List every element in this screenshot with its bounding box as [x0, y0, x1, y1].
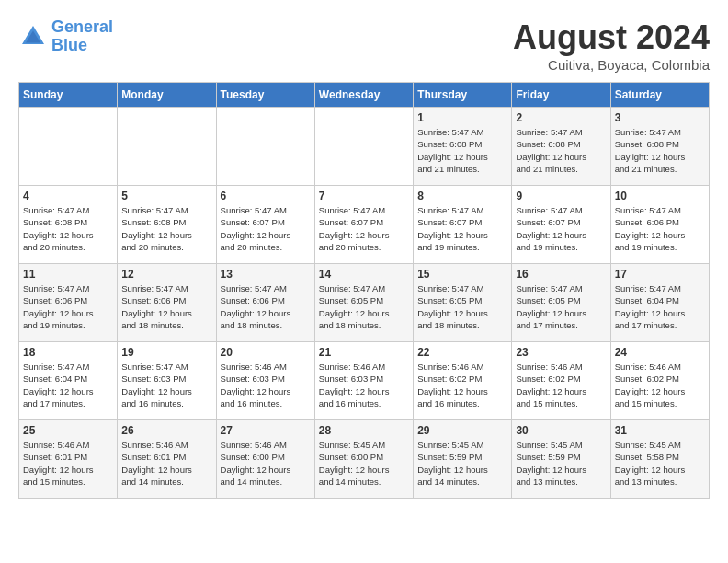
day-number: 24 — [615, 346, 705, 359]
day-number: 31 — [615, 424, 705, 437]
day-number: 2 — [516, 111, 606, 124]
day-number: 7 — [319, 190, 409, 202]
calendar-cell: 23Sunrise: 5:46 AM Sunset: 6:02 PM Dayli… — [512, 342, 610, 420]
month-year-title: August 2024 — [513, 18, 710, 57]
day-info: Sunrise: 5:47 AM Sunset: 6:05 PM Dayligh… — [417, 282, 507, 331]
day-number: 13 — [221, 268, 311, 281]
day-number: 29 — [417, 424, 507, 437]
day-info: Sunrise: 5:45 AM Sunset: 6:00 PM Dayligh… — [319, 439, 409, 488]
calendar-cell: 30Sunrise: 5:45 AM Sunset: 5:59 PM Dayli… — [512, 420, 610, 499]
day-info: Sunrise: 5:47 AM Sunset: 6:06 PM Dayligh… — [121, 282, 211, 331]
day-info: Sunrise: 5:47 AM Sunset: 6:08 PM Dayligh… — [417, 126, 507, 175]
calendar-cell: 10Sunrise: 5:47 AM Sunset: 6:06 PM Dayli… — [610, 186, 709, 264]
logo-icon — [18, 22, 48, 52]
day-info: Sunrise: 5:47 AM Sunset: 6:05 PM Dayligh… — [516, 282, 606, 331]
day-info: Sunrise: 5:47 AM Sunset: 6:04 PM Dayligh… — [23, 361, 113, 409]
calendar-cell: 14Sunrise: 5:47 AM Sunset: 6:05 PM Dayli… — [314, 264, 413, 342]
calendar-cell: 19Sunrise: 5:47 AM Sunset: 6:03 PM Dayli… — [118, 342, 216, 420]
weekday-header: Tuesday — [216, 83, 314, 108]
calendar-cell: 29Sunrise: 5:45 AM Sunset: 5:59 PM Dayli… — [414, 420, 512, 499]
calendar-cell: 22Sunrise: 5:46 AM Sunset: 6:02 PM Dayli… — [414, 342, 512, 420]
day-info: Sunrise: 5:47 AM Sunset: 6:08 PM Dayligh… — [23, 204, 113, 253]
calendar-cell: 26Sunrise: 5:46 AM Sunset: 6:01 PM Dayli… — [118, 420, 216, 499]
calendar-week-row: 11Sunrise: 5:47 AM Sunset: 6:06 PM Dayli… — [19, 264, 710, 342]
day-info: Sunrise: 5:47 AM Sunset: 6:07 PM Dayligh… — [516, 204, 606, 253]
day-info: Sunrise: 5:47 AM Sunset: 6:06 PM Dayligh… — [615, 204, 705, 253]
weekday-header: Wednesday — [314, 83, 413, 108]
day-number: 12 — [121, 268, 211, 281]
day-number: 26 — [121, 424, 211, 437]
calendar-cell — [118, 108, 216, 186]
day-number: 19 — [121, 346, 211, 359]
day-number: 28 — [319, 424, 409, 437]
calendar-cell: 24Sunrise: 5:46 AM Sunset: 6:02 PM Dayli… — [610, 342, 709, 420]
calendar-cell: 17Sunrise: 5:47 AM Sunset: 6:04 PM Dayli… — [610, 264, 709, 342]
calendar-cell: 15Sunrise: 5:47 AM Sunset: 6:05 PM Dayli… — [414, 264, 512, 342]
day-info: Sunrise: 5:47 AM Sunset: 6:04 PM Dayligh… — [615, 282, 705, 331]
calendar-cell: 8Sunrise: 5:47 AM Sunset: 6:07 PM Daylig… — [414, 186, 512, 264]
calendar-week-row: 1Sunrise: 5:47 AM Sunset: 6:08 PM Daylig… — [19, 108, 710, 186]
day-number: 18 — [23, 346, 113, 359]
calendar-cell: 28Sunrise: 5:45 AM Sunset: 6:00 PM Dayli… — [314, 420, 413, 499]
day-number: 3 — [615, 111, 705, 124]
calendar-cell: 18Sunrise: 5:47 AM Sunset: 6:04 PM Dayli… — [19, 342, 118, 420]
weekday-header: Saturday — [610, 83, 709, 108]
day-number: 4 — [23, 190, 113, 202]
day-info: Sunrise: 5:47 AM Sunset: 6:05 PM Dayligh… — [319, 282, 409, 331]
day-info: Sunrise: 5:46 AM Sunset: 6:01 PM Dayligh… — [23, 439, 113, 488]
day-number: 15 — [417, 268, 507, 281]
calendar-cell: 6Sunrise: 5:47 AM Sunset: 6:07 PM Daylig… — [216, 186, 314, 264]
calendar-cell — [314, 108, 413, 186]
day-number: 17 — [615, 268, 705, 281]
calendar-cell: 3Sunrise: 5:47 AM Sunset: 6:08 PM Daylig… — [610, 108, 709, 186]
page-header: General Blue August 2024 Cuitiva, Boyaca… — [18, 18, 710, 73]
day-info: Sunrise: 5:47 AM Sunset: 6:07 PM Dayligh… — [221, 204, 311, 253]
day-info: Sunrise: 5:47 AM Sunset: 6:08 PM Dayligh… — [516, 126, 606, 175]
calendar-cell: 4Sunrise: 5:47 AM Sunset: 6:08 PM Daylig… — [19, 186, 118, 264]
calendar-cell: 9Sunrise: 5:47 AM Sunset: 6:07 PM Daylig… — [512, 186, 610, 264]
calendar-cell: 21Sunrise: 5:46 AM Sunset: 6:03 PM Dayli… — [314, 342, 413, 420]
day-info: Sunrise: 5:45 AM Sunset: 5:59 PM Dayligh… — [417, 439, 507, 488]
title-block: August 2024 Cuitiva, Boyaca, Colombia — [513, 18, 710, 73]
header-row: SundayMondayTuesdayWednesdayThursdayFrid… — [19, 83, 710, 108]
calendar-cell: 12Sunrise: 5:47 AM Sunset: 6:06 PM Dayli… — [118, 264, 216, 342]
logo: General Blue — [18, 18, 113, 55]
calendar-cell: 20Sunrise: 5:46 AM Sunset: 6:03 PM Dayli… — [216, 342, 314, 420]
calendar-cell — [216, 108, 314, 186]
day-info: Sunrise: 5:47 AM Sunset: 6:06 PM Dayligh… — [221, 282, 311, 331]
day-number: 30 — [516, 424, 606, 437]
calendar-cell: 1Sunrise: 5:47 AM Sunset: 6:08 PM Daylig… — [414, 108, 512, 186]
day-info: Sunrise: 5:46 AM Sunset: 6:01 PM Dayligh… — [121, 439, 211, 488]
day-info: Sunrise: 5:46 AM Sunset: 6:03 PM Dayligh… — [221, 361, 311, 409]
calendar-week-row: 4Sunrise: 5:47 AM Sunset: 6:08 PM Daylig… — [19, 186, 710, 264]
calendar-cell: 27Sunrise: 5:46 AM Sunset: 6:00 PM Dayli… — [216, 420, 314, 499]
calendar-week-row: 18Sunrise: 5:47 AM Sunset: 6:04 PM Dayli… — [19, 342, 710, 420]
day-number: 25 — [23, 424, 113, 437]
day-info: Sunrise: 5:47 AM Sunset: 6:08 PM Dayligh… — [615, 126, 705, 175]
day-number: 14 — [319, 268, 409, 281]
calendar-cell: 25Sunrise: 5:46 AM Sunset: 6:01 PM Dayli… — [19, 420, 118, 499]
day-number: 23 — [516, 346, 606, 359]
day-number: 10 — [615, 190, 705, 202]
location-subtitle: Cuitiva, Boyaca, Colombia — [513, 57, 710, 73]
calendar-cell: 11Sunrise: 5:47 AM Sunset: 6:06 PM Dayli… — [19, 264, 118, 342]
day-number: 8 — [417, 190, 507, 202]
day-info: Sunrise: 5:45 AM Sunset: 5:58 PM Dayligh… — [615, 439, 705, 488]
calendar-cell: 5Sunrise: 5:47 AM Sunset: 6:08 PM Daylig… — [118, 186, 216, 264]
day-number: 5 — [121, 190, 211, 202]
day-info: Sunrise: 5:46 AM Sunset: 6:02 PM Dayligh… — [417, 361, 507, 409]
calendar-cell: 7Sunrise: 5:47 AM Sunset: 6:07 PM Daylig… — [314, 186, 413, 264]
day-number: 20 — [221, 346, 311, 359]
day-number: 22 — [417, 346, 507, 359]
day-number: 21 — [319, 346, 409, 359]
calendar-table: SundayMondayTuesdayWednesdayThursdayFrid… — [18, 82, 710, 499]
day-info: Sunrise: 5:46 AM Sunset: 6:02 PM Dayligh… — [615, 361, 705, 409]
day-number: 9 — [516, 190, 606, 202]
weekday-header: Sunday — [19, 83, 118, 108]
weekday-header: Thursday — [414, 83, 512, 108]
calendar-cell: 16Sunrise: 5:47 AM Sunset: 6:05 PM Dayli… — [512, 264, 610, 342]
day-number: 11 — [23, 268, 113, 281]
day-info: Sunrise: 5:47 AM Sunset: 6:08 PM Dayligh… — [121, 204, 211, 253]
calendar-cell: 13Sunrise: 5:47 AM Sunset: 6:06 PM Dayli… — [216, 264, 314, 342]
day-info: Sunrise: 5:47 AM Sunset: 6:06 PM Dayligh… — [23, 282, 113, 331]
